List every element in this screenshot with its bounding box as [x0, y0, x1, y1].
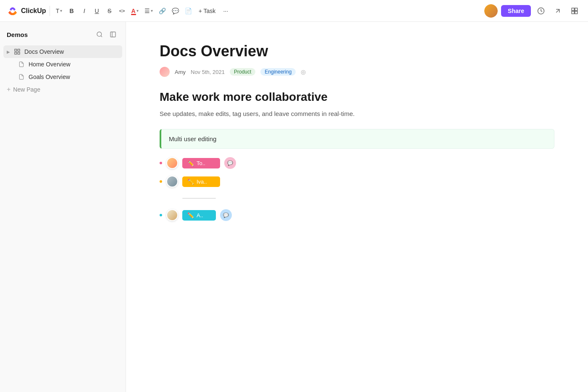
cursor-highlight-2: ✏️ Iva.. [182, 176, 220, 187]
dot-1 [160, 162, 162, 164]
doc-button[interactable]: 📄 [182, 4, 194, 18]
svg-rect-11 [15, 52, 17, 54]
toolbar-tools: T ▾ B I U S <> A ▾ ☰ ▾ 🔗 [53, 4, 485, 18]
editing-block-text: Multi user editing [169, 135, 216, 142]
author-avatar [160, 67, 170, 77]
link-icon: 🔗 [159, 8, 166, 14]
view-toggle-button[interactable] [568, 4, 581, 18]
home-overview-icon [18, 61, 25, 68]
user-avatar[interactable] [484, 4, 498, 18]
cursor-row-2: ✏️ Iva.. [160, 176, 336, 187]
underline-button[interactable]: U [91, 4, 103, 18]
pencil-icon-3: ✏️ [187, 212, 194, 218]
text-style-label: T [56, 8, 60, 14]
sidebar: Demos ▶ [0, 22, 126, 392]
svg-rect-3 [572, 11, 574, 13]
share-button[interactable]: Share [501, 5, 531, 17]
cursor-label-1: To.. [197, 160, 205, 166]
docs-overview-label: Docs Overview [24, 48, 119, 55]
toolbar-divider [50, 6, 50, 16]
doc-meta: Amy Nov 5th, 2021 Product Engineering ◎ [160, 67, 554, 77]
align-icon: ☰ [144, 8, 150, 14]
code-button[interactable]: <> [116, 4, 128, 18]
svg-line-6 [101, 36, 102, 37]
docs-overview-icon [13, 48, 21, 55]
cursor-row-3 [160, 194, 336, 203]
align-button[interactable]: ☰ ▾ [142, 4, 155, 18]
svg-rect-4 [575, 11, 578, 13]
align-arrow: ▾ [151, 8, 153, 13]
color-label: A [131, 8, 136, 14]
export-button[interactable] [551, 4, 564, 18]
logo-text: ClickUp [21, 7, 46, 15]
expand-arrow: ▶ [7, 50, 10, 54]
svg-rect-2 [575, 8, 578, 11]
author-name: Amy [175, 69, 186, 75]
comment-button[interactable]: 💬 [169, 4, 181, 18]
cursor-row-1: ✏️ To.. 💬 [160, 157, 336, 169]
svg-rect-7 [110, 32, 116, 37]
italic-button[interactable]: I [79, 4, 90, 18]
bubble-3: 💬 [220, 209, 232, 221]
pencil-icon-1: ✏️ [187, 160, 194, 166]
toolbar: ClickUp T ▾ B I U S <> A ▾ [0, 0, 588, 22]
dot-3 [160, 214, 162, 216]
cursor-highlight-1: ✏️ To.. [182, 158, 220, 168]
tag-engineering[interactable]: Engineering [260, 68, 296, 76]
tag-product[interactable]: Product [230, 68, 255, 76]
dot-2 [160, 180, 162, 183]
link-button[interactable]: 🔗 [156, 4, 168, 18]
more-button[interactable]: ··· [220, 4, 231, 18]
meta-settings-icon[interactable]: ◎ [301, 68, 306, 75]
sidebar-nav: ▶ Docs Overview [0, 44, 126, 97]
avatar-image [484, 4, 498, 18]
doc-date: Nov 5th, 2021 [191, 69, 225, 75]
sidebar-item-docs-overview[interactable]: ▶ Docs Overview [3, 45, 122, 58]
sidebar-title: Demos [7, 31, 28, 38]
svg-point-5 [97, 32, 102, 37]
history-button[interactable] [534, 4, 548, 18]
sidebar-search-button[interactable] [94, 29, 105, 40]
color-button[interactable]: A ▾ [129, 4, 141, 18]
cursor-row-4: ✏️ A.. 💬 [160, 209, 336, 221]
avatar-cursor-1 [166, 157, 178, 169]
document-title: Docs Overview [160, 42, 554, 60]
bubble-1: 💬 [224, 157, 236, 169]
sidebar-header: Demos [0, 22, 126, 44]
text-style-arrow: ▾ [60, 8, 62, 13]
comment-icon: 💬 [172, 8, 179, 14]
pencil-icon-2: ✏️ [187, 179, 194, 185]
text-style-button[interactable]: T ▾ [53, 4, 65, 18]
sidebar-item-home-overview[interactable]: Home Overview [3, 58, 122, 71]
main-layout: Demos ▶ [0, 22, 588, 392]
avatar-cursor-3 [166, 209, 178, 221]
new-page-plus-icon: + [7, 86, 10, 93]
editing-block: Multi user editing [160, 129, 554, 149]
doc-icon: 📄 [185, 8, 192, 14]
svg-rect-12 [18, 52, 20, 54]
new-page-button[interactable]: + New Page [3, 83, 122, 96]
dot-spacer [160, 197, 162, 200]
section-subtitle: See updates, make edits, tag users, and … [160, 109, 554, 119]
bold-button[interactable]: B [66, 4, 78, 18]
sidebar-collapse-button[interactable] [107, 29, 119, 40]
cursors-illustration: ✏️ To.. 💬 ✏️ Iva.. [160, 157, 336, 233]
svg-rect-9 [15, 49, 17, 51]
goals-overview-icon [18, 73, 25, 81]
content-area: Docs Overview Amy Nov 5th, 2021 Product … [126, 22, 588, 392]
home-overview-label: Home Overview [29, 61, 119, 68]
cursor-label-3: A.. [197, 212, 203, 218]
goals-overview-label: Goals Overview [29, 74, 119, 80]
strikethrough-button[interactable]: S [104, 4, 116, 18]
add-task-button[interactable]: + Task [195, 6, 219, 16]
avatar-cursor-2 [166, 176, 178, 187]
color-arrow: ▾ [136, 8, 139, 13]
new-page-label: New Page [13, 86, 40, 93]
sidebar-item-goals-overview[interactable]: Goals Overview [3, 71, 122, 83]
svg-rect-1 [572, 8, 574, 11]
empty-line [182, 198, 216, 199]
logo[interactable]: ClickUp [7, 5, 46, 17]
color-indicator [131, 14, 136, 15]
svg-rect-10 [18, 49, 20, 51]
sidebar-actions [94, 29, 119, 40]
